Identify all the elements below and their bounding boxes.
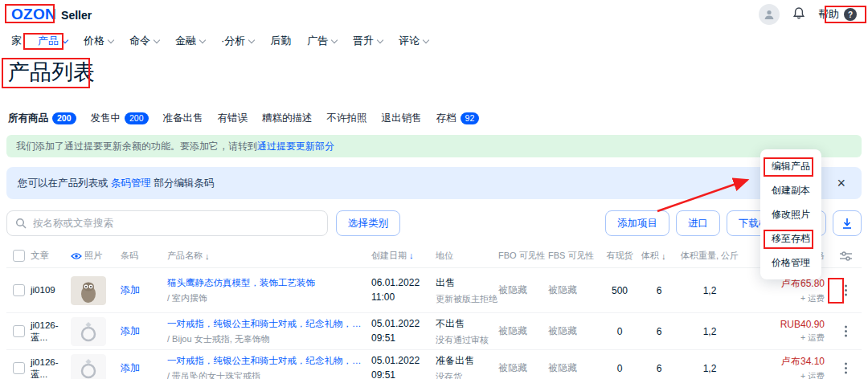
chevron-down-icon <box>377 36 383 43</box>
menu-item-move-to-archive[interactable]: 移至存档 <box>760 226 821 251</box>
tab-no-photo[interactable]: 不许拍照 <box>327 112 367 125</box>
row-menu-button[interactable] <box>829 330 862 332</box>
sliders-icon <box>840 251 852 261</box>
stock-value: 0 <box>598 363 641 374</box>
add-barcode-link[interactable]: 添加 <box>121 325 140 336</box>
add-barcode-link[interactable]: 添加 <box>121 284 140 295</box>
tab-all-products[interactable]: 所有商品200 <box>8 112 76 125</box>
col-fbs-visibility[interactable]: FBS 可见性 <box>548 250 598 262</box>
nav-item-finance[interactable]: 金融 <box>175 34 205 48</box>
fbs-visibility: 被隐藏 <box>548 283 598 297</box>
product-photo[interactable] <box>71 276 106 305</box>
download-icon <box>841 218 853 230</box>
chevron-down-icon <box>154 36 160 43</box>
product-photo[interactable] <box>71 317 106 346</box>
count-badge: 92 <box>461 112 480 124</box>
row-checkbox[interactable] <box>13 284 25 296</box>
kebab-menu-icon <box>845 289 847 291</box>
fbs-visibility: 被隐藏 <box>548 324 598 338</box>
fbo-visibility: 被隐藏 <box>498 324 548 338</box>
tab-bad-description[interactable]: 糟糕的描述 <box>262 112 313 125</box>
add-item-button[interactable]: 添加项目 <box>605 210 669 236</box>
banner-text: 我们添加了通过提要更新余额的功能。要添加它，请转到 <box>16 140 257 153</box>
nav-item-orders[interactable]: 命令 <box>129 34 159 48</box>
logo[interactable]: OZON Seller <box>11 6 92 23</box>
close-icon[interactable]: × <box>832 176 850 190</box>
product-name-link[interactable]: 一对戒指，纯银公主和骑士对戒，纪念礼物，尺寸可调 <box>167 318 365 330</box>
col-stock[interactable]: 有现货 <box>598 250 641 262</box>
col-fbo-visibility[interactable]: FBO 可见性 <box>498 250 548 262</box>
ring-image <box>71 354 106 379</box>
tab-archive[interactable]: 存档92 <box>436 112 480 125</box>
row-checkbox[interactable] <box>13 325 25 337</box>
nav-item-analytics[interactable]: ·分析 <box>221 34 254 48</box>
created-time: 09:51 <box>371 369 436 379</box>
tab-ready-for-sale[interactable]: 准备出售 <box>163 112 203 125</box>
col-volume[interactable]: 体积 ↓ <box>641 250 677 262</box>
created-date: 05.01.2022 <box>371 354 436 368</box>
import-button[interactable]: 进口 <box>676 210 720 236</box>
app-header: OZON Seller 帮助 ? <box>0 0 868 29</box>
search-icon <box>15 218 27 229</box>
bell-icon[interactable] <box>792 6 805 23</box>
count-badge: 200 <box>52 112 76 124</box>
select-category-button[interactable]: 选择类别 <box>336 210 400 236</box>
sort-desc-icon[interactable]: ↓ <box>409 250 414 263</box>
products-table: 文章 照片 条码 产品名称 ↓ 创建日期 ↓ 地位 FBO 可见性 FBS 可见… <box>6 244 862 379</box>
col-created[interactable]: 创建日期 ↓ <box>371 250 436 263</box>
table-settings-button[interactable] <box>829 251 862 261</box>
product-name-link[interactable]: 猫头鹰静态仿真模型，装饰工艺装饰 <box>167 277 365 289</box>
nav-item-logistics[interactable]: 后勤 <box>270 34 291 48</box>
article-cell: ji0109 <box>31 284 71 296</box>
status-note: 更新被版主拒绝 <box>436 293 498 305</box>
row-actions-dropdown: 编辑产品 创建副本 修改照片 移至存档 价格管理 <box>760 149 821 279</box>
select-all-checkbox[interactable] <box>13 250 25 262</box>
search-input[interactable] <box>33 218 319 229</box>
add-barcode-link[interactable]: 添加 <box>121 362 140 373</box>
nav-item-home[interactable]: 家 <box>11 34 22 48</box>
avatar[interactable] <box>759 4 780 25</box>
sort-desc-icon[interactable]: ↓ <box>205 251 210 261</box>
fbo-visibility: 被隐藏 <box>498 361 548 375</box>
count-badge: 200 <box>125 112 149 124</box>
toolbar: 选择类别 添加项目 进口 下载模板 <box>6 210 862 236</box>
feed-update-link[interactable]: 通过提要更新部分 <box>257 140 334 153</box>
col-photo[interactable]: 照片 <box>71 250 121 262</box>
nav-item-reviews[interactable]: 评论 <box>399 34 428 48</box>
status-label: 不出售 <box>436 317 498 331</box>
help-button[interactable]: 帮助 ? <box>818 7 857 22</box>
product-name-link[interactable]: 一对戒指，纯银公主和骑士对戒，纪念礼物，尺寸可调 <box>167 355 365 367</box>
col-article[interactable]: 文章 <box>31 250 71 262</box>
col-status[interactable]: 地位 <box>436 250 498 262</box>
table-row: ji0126-蓝... 添加 一对戒指，纯银公主和骑士对戒，纪念礼物，尺寸可调 … <box>6 350 862 379</box>
barcode-management-link[interactable]: 条码管理 <box>111 177 151 189</box>
help-label: 帮助 <box>818 7 839 22</box>
table-row: ji0126-蓝... 添加 一对戒指，纯银公主和骑士对戒，纪念礼物，尺寸可调 … <box>6 313 862 350</box>
nav-item-prices[interactable]: 价格 <box>84 34 113 48</box>
volume-value: 6 <box>641 285 677 296</box>
nav-item-promotion[interactable]: 晋升 <box>353 34 383 48</box>
ozon-seller-page: OZON Seller 帮助 ? 家 产品 价格 命令 金融 ·分析 后勤 广告… <box>0 0 868 379</box>
col-name[interactable]: 产品名称 ↓ <box>167 250 371 262</box>
tab-withdrawn[interactable]: 退出销售 <box>382 112 422 125</box>
col-barcode[interactable]: 条码 <box>121 250 167 262</box>
product-category: / Bijou 女士戒指, 无辜饰物 <box>167 333 365 345</box>
menu-item-edit-photo[interactable]: 修改照片 <box>760 202 821 226</box>
menu-item-create-copy[interactable]: 创建副本 <box>760 178 821 202</box>
banner-text: 您可以在产品列表或 <box>18 177 108 189</box>
menu-item-edit-product[interactable]: 编辑产品 <box>760 154 821 178</box>
row-menu-button[interactable] <box>829 367 862 369</box>
nav-item-products[interactable]: 产品 <box>38 34 68 48</box>
row-menu-button[interactable] <box>829 289 862 291</box>
chevron-down-icon <box>423 36 429 43</box>
sort-desc-icon[interactable]: ↓ <box>661 251 666 261</box>
article-cell: ji0126-蓝... <box>31 357 71 379</box>
row-checkbox[interactable] <box>13 362 25 374</box>
download-button[interactable] <box>833 210 862 236</box>
tab-on-sale[interactable]: 发售中200 <box>91 112 149 125</box>
nav-item-ads[interactable]: 广告 <box>307 34 337 48</box>
col-weight[interactable]: 体积重量, 公斤 <box>677 250 743 262</box>
product-photo[interactable] <box>71 354 106 379</box>
tab-with-errors[interactable]: 有错误 <box>218 112 248 125</box>
menu-item-price-management[interactable]: 价格管理 <box>760 251 821 275</box>
